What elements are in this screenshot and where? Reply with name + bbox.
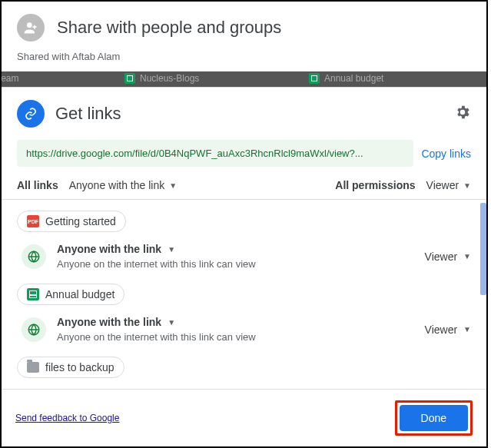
role-label: Viewer [425,324,458,336]
chevron-down-icon: ▼ [168,318,175,327]
role-label: Viewer [425,251,458,263]
person-add-icon [17,14,45,41]
share-section: Share with people and groups Shared with… [2,2,486,71]
settings-button[interactable] [454,104,471,124]
svg-point-0 [27,22,32,28]
chevron-down-icon: ▼ [463,252,471,261]
chevron-down-icon: ▼ [169,181,177,190]
file-chip[interactable]: files to backup [17,357,124,378]
bg-tab-label: tent Team [2,73,18,84]
share-url-box[interactable]: https://drive.google.com/file/d/0B4NqPWF… [17,140,413,167]
get-links-title: Get links [55,104,443,124]
pdf-icon: PDF [27,215,39,227]
access-description: Anyone on the internet with this link ca… [57,258,425,270]
links-list: PDF Getting started Anyone with the link… [2,199,486,389]
sheet-icon [27,288,39,300]
get-links-section: Get links https://drive.google.com/file/… [2,87,486,199]
all-links-label: All links [17,179,58,191]
dialog-footer: Send feedback to Google Done [2,389,486,446]
sheet-icon [309,73,320,84]
background-strip: tent Team Nucleus-Blogs Annual budget [2,71,486,87]
access-scope-dropdown[interactable]: Anyone with the link ▼ [57,316,425,328]
file-name: Getting started [45,215,116,227]
access-description: Anyone on the internet with this link ca… [57,331,425,343]
globe-badge [22,317,46,342]
role-filter-dropdown[interactable]: Viewer ▼ [426,179,471,191]
scrollbar-thumb[interactable] [480,203,486,295]
file-name: files to backup [45,361,114,373]
share-title: Share with people and groups [57,18,281,38]
file-name: Annual budget [45,288,114,300]
bg-tab-label: Annual budget [324,73,383,84]
role-dropdown[interactable]: Viewer ▼ [425,324,471,336]
file-chip[interactable]: PDF Getting started [17,211,126,232]
scope-label: Anyone with the link [69,179,165,191]
globe-icon [27,250,41,264]
folder-icon [27,362,39,373]
role-dropdown[interactable]: Viewer ▼ [425,251,471,263]
copy-links-button[interactable]: Copy links [421,148,471,160]
file-chip[interactable]: Annual budget [17,284,124,305]
all-permissions-label: All permissions [335,179,415,191]
link-icon [17,100,45,128]
chevron-down-icon: ▼ [168,245,175,254]
done-button[interactable]: Done [400,405,468,431]
role-filter-label: Viewer [426,179,459,191]
gear-icon [454,104,471,121]
access-row: Anyone with the link ▼ Anyone on the int… [17,308,471,353]
globe-badge [22,244,46,269]
access-row: Anyone with the link ▼ Anyone on the int… [17,235,471,280]
access-title: Anyone with the link [57,316,161,328]
scope-dropdown[interactable]: Anyone with the link ▼ [69,179,177,191]
filter-row: All links Anyone with the link ▼ All per… [17,179,471,191]
send-feedback-link[interactable]: Send feedback to Google [15,413,119,423]
access-scope-dropdown[interactable]: Anyone with the link ▼ [57,243,425,255]
bg-tab-label: Nucleus-Blogs [140,73,199,84]
access-title: Anyone with the link [57,243,161,255]
globe-icon [27,323,41,337]
done-highlight: Done [395,400,473,436]
sheet-icon [124,73,135,84]
shared-with-text: Shared with Aftab Alam [17,51,471,62]
chevron-down-icon: ▼ [463,181,471,190]
chevron-down-icon: ▼ [463,325,471,334]
